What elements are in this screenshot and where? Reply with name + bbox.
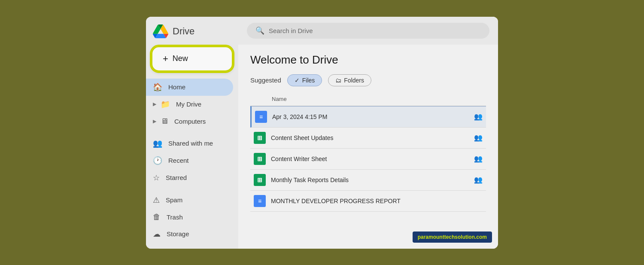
- sheet-file-icon: ⊞: [254, 153, 266, 165]
- sidebar-item-label-shared-with-me: Shared with me: [168, 140, 213, 147]
- search-input[interactable]: Search in Drive: [269, 27, 313, 34]
- folders-filter-label: Folders: [344, 77, 364, 84]
- sidebar-item-spam[interactable]: ⚠Spam: [146, 192, 233, 209]
- home-icon: 🏠: [153, 82, 162, 92]
- suggested-label: Suggested: [250, 76, 281, 84]
- storage-icon: ☁: [153, 229, 161, 239]
- sidebar-item-computers[interactable]: ▶🖥Computers: [146, 113, 233, 130]
- sidebar-item-label-spam: Spam: [166, 196, 182, 204]
- file-row[interactable]: ≡MONTHLY DEVELOPER PROGRESS REPORT: [250, 191, 486, 212]
- sidebar-item-storage[interactable]: ☁Storage: [146, 225, 233, 243]
- sidebar-item-label-trash: Trash: [167, 213, 183, 221]
- file-name: Content Sheet Updates: [271, 134, 469, 141]
- sidebar-item-shared-with-me[interactable]: 👥Shared with me: [146, 135, 233, 152]
- sheet-file-icon: ⊞: [254, 174, 266, 186]
- files-filter-button[interactable]: ✓ Files: [287, 74, 322, 86]
- file-row[interactable]: ⊞Monthly Task Reports Details👥: [250, 170, 486, 191]
- files-table: Name ≡Apr 3, 2024 4:15 PM👥⊞Content Sheet…: [250, 94, 486, 212]
- drive-app: Drive + New 🏠Home▶📁My Drive▶🖥Computers👥S…: [146, 17, 498, 249]
- sidebar: Drive + New 🏠Home▶📁My Drive▶🖥Computers👥S…: [146, 17, 238, 249]
- folder-icon: 🗂: [335, 77, 341, 84]
- shared-icon: 👥: [474, 176, 483, 184]
- content-area: Welcome to Drive Suggested ✓ Files 🗂 Fol…: [238, 45, 498, 249]
- file-name: Monthly Task Reports Details: [271, 177, 469, 183]
- computers-icon: 🖥: [161, 117, 168, 126]
- shared-with-me-icon: 👥: [153, 139, 162, 148]
- sidebar-item-label-computers: Computers: [174, 118, 206, 125]
- search-icon: 🔍: [255, 26, 264, 35]
- sidebar-item-home[interactable]: 🏠Home: [146, 79, 233, 96]
- file-name: Content Writer Sheet: [271, 155, 469, 162]
- file-name: MONTHLY DEVELOPER PROGRESS REPORT: [271, 198, 483, 204]
- doc-file-icon: ≡: [254, 195, 266, 207]
- sidebar-item-label-storage: Storage: [167, 230, 189, 238]
- shared-icon: 👥: [474, 155, 483, 163]
- check-icon: ✓: [295, 77, 300, 84]
- file-list: ≡Apr 3, 2024 4:15 PM👥⊞Content Sheet Upda…: [250, 106, 486, 212]
- sidebar-item-label-recent: Recent: [168, 157, 189, 164]
- new-button[interactable]: + New: [151, 46, 233, 72]
- sheet-file-icon: ⊞: [254, 132, 266, 144]
- sidebar-item-my-drive[interactable]: ▶📁My Drive: [146, 96, 233, 113]
- app-title: Drive: [173, 26, 194, 37]
- search-bar: 🔍 Search in Drive: [238, 17, 498, 45]
- recent-icon: 🕐: [153, 156, 162, 165]
- doc-file-icon: ≡: [255, 111, 267, 123]
- trash-icon: 🗑: [153, 213, 161, 222]
- plus-icon: +: [163, 53, 168, 64]
- spam-icon: ⚠: [153, 195, 160, 205]
- shared-icon: 👥: [474, 113, 483, 121]
- sidebar-item-trash[interactable]: 🗑Trash: [146, 209, 233, 225]
- sidebar-item-label-home: Home: [168, 83, 185, 91]
- sidebar-item-label-my-drive: My Drive: [176, 101, 201, 108]
- starred-icon: ☆: [153, 173, 160, 183]
- sidebar-item-recent[interactable]: 🕐Recent: [146, 152, 233, 169]
- file-row[interactable]: ⊞Content Sheet Updates👥: [250, 128, 486, 149]
- file-name: Apr 3, 2024 4:15 PM: [272, 113, 469, 120]
- search-input-wrap[interactable]: 🔍 Search in Drive: [247, 23, 489, 39]
- watermark: paramounttechsolution.com: [413, 231, 492, 243]
- new-button-label: New: [173, 54, 188, 63]
- filter-row: Suggested ✓ Files 🗂 Folders: [250, 74, 486, 86]
- sidebar-item-label-starred: Starred: [166, 174, 187, 181]
- sidebar-item-starred[interactable]: ☆Starred: [146, 169, 233, 186]
- nav-list: 🏠Home▶📁My Drive▶🖥Computers👥Shared with m…: [146, 79, 238, 243]
- drive-logo-icon: [153, 24, 168, 39]
- file-row[interactable]: ⊞Content Writer Sheet👥: [250, 149, 486, 170]
- file-row[interactable]: ≡Apr 3, 2024 4:15 PM👥: [250, 106, 486, 128]
- logo-area: Drive: [146, 24, 238, 46]
- name-column-header: Name: [250, 94, 486, 106]
- files-filter-label: Files: [302, 77, 315, 84]
- folders-filter-button[interactable]: 🗂 Folders: [328, 74, 371, 86]
- expand-arrow-icon: ▶: [153, 101, 156, 107]
- page-title: Welcome to Drive: [250, 53, 486, 67]
- my-drive-icon: 📁: [161, 100, 170, 109]
- expand-arrow-icon: ▶: [153, 119, 156, 124]
- shared-icon: 👥: [474, 134, 483, 142]
- new-button-area: + New: [146, 46, 238, 79]
- main-content: 🔍 Search in Drive Welcome to Drive Sugge…: [238, 17, 498, 249]
